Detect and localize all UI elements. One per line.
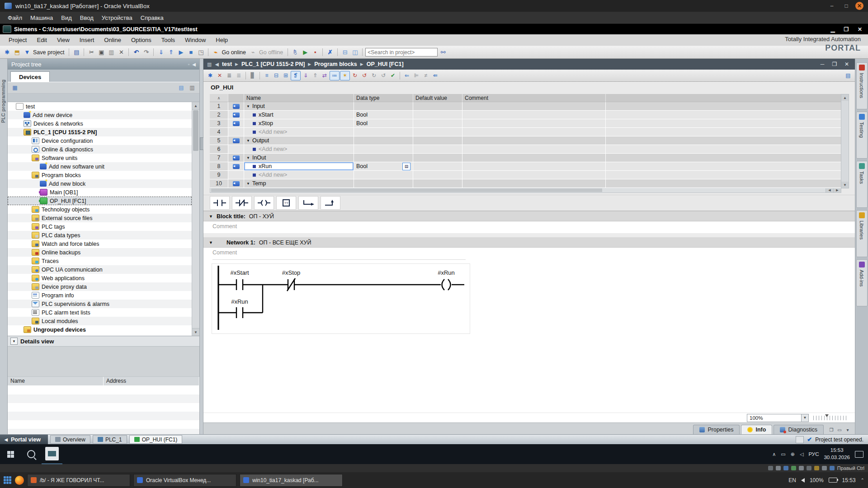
editor-layout-icon[interactable] — [207, 61, 212, 67]
interface-row-xstop[interactable]: 3 xStop Bool — [210, 119, 841, 128]
breadcrumb-program-blocks[interactable]: Program blocks — [314, 61, 357, 67]
upload-icon[interactable] — [311, 71, 320, 80]
host-window-vbox-manager[interactable]: Oracle VirtualBox Менед... — [133, 474, 236, 487]
zoom-select[interactable]: 100% — [747, 414, 809, 422]
taskbar-search-button[interactable] — [21, 444, 42, 464]
column-name[interactable]: Name — [244, 94, 354, 102]
editor-tab-overview[interactable]: Overview — [50, 435, 90, 444]
absolute-symbolic-toggle-icon[interactable] — [330, 71, 340, 80]
tree-item-op-hui-fc1[interactable]: OP_HUI [FC1] — [8, 197, 192, 205]
volume-icon[interactable] — [800, 451, 803, 457]
close-icon[interactable] — [854, 26, 865, 33]
chevron-down-icon[interactable] — [10, 338, 18, 345]
search-input[interactable] — [365, 48, 438, 56]
new-item-icon[interactable] — [10, 83, 19, 92]
copy-icon[interactable] — [97, 48, 106, 57]
tree-item-program-info[interactable]: Program info — [8, 291, 192, 300]
scroll-left-icon[interactable] — [826, 188, 833, 192]
upload-from-device-icon[interactable] — [166, 48, 175, 57]
tree-item-opcua-communication[interactable]: OPC UA communication — [8, 265, 192, 274]
battery-icon[interactable] — [829, 478, 837, 483]
tree-item-watch-force-tables[interactable]: Watch and force tables — [8, 239, 192, 248]
scroll-right-icon[interactable] — [833, 188, 841, 192]
optical-disk-icon[interactable] — [776, 466, 781, 470]
tree-item-ungrouped-devices[interactable]: Ungrouped devices — [8, 325, 192, 334]
interface-row-xrun[interactable]: 8 xRun Bool — [210, 162, 841, 171]
collapse-editor-icon[interactable] — [215, 61, 218, 67]
tree-item-web-applications[interactable]: Web applications — [8, 274, 192, 282]
portal-view-button[interactable]: Portal view — [0, 435, 48, 444]
chevron-down-icon[interactable] — [209, 240, 213, 245]
pin-panel-icon[interactable] — [188, 62, 190, 67]
tab-diagnostics[interactable]: Diagnostics — [774, 425, 824, 434]
insert-row-icon[interactable] — [225, 71, 234, 80]
tree-item-device-configuration[interactable]: Device configuration — [8, 136, 192, 145]
breadcrumb-block[interactable]: OP_HUI [FC1] — [367, 61, 404, 67]
network-comments-toggle-icon[interactable] — [291, 71, 301, 80]
tree-item-external-source-files[interactable]: External source files — [8, 214, 192, 222]
monitor-on-icon[interactable] — [402, 71, 411, 80]
column-settings-icon[interactable] — [188, 83, 197, 92]
search-binoculars-icon[interactable] — [439, 48, 448, 57]
monitor-selection-icon[interactable] — [412, 71, 421, 80]
scroll-thumb[interactable] — [193, 110, 198, 151]
column-default-value[interactable]: Default value — [413, 94, 462, 102]
tab-devices[interactable]: Devices — [10, 71, 50, 82]
collapse-panel-icon[interactable] — [192, 62, 196, 67]
maximize-icon[interactable] — [841, 3, 852, 9]
interface-row-temp[interactable]: 10 Temp — [210, 179, 841, 188]
menu-help[interactable]: Справка — [137, 13, 168, 23]
globe-icon[interactable] — [791, 451, 795, 457]
task-card-libraries[interactable]: Libraries — [856, 210, 868, 257]
block-title-value[interactable]: ОП - ХУЙ — [249, 213, 274, 220]
menu-help[interactable]: Help — [211, 35, 233, 45]
nc-contact-icon[interactable] — [232, 196, 252, 210]
interface-row-add-new[interactable]: 6 <Add new> — [210, 145, 841, 154]
tree-item-plc-data-types[interactable]: PLC data types — [8, 231, 192, 239]
paste-icon[interactable] — [107, 48, 116, 57]
host-window-browser[interactable]: /b/ - Я ЖЕ ГОВОРИЛ ЧТ... — [27, 474, 130, 487]
tree-item-program-blocks[interactable]: Program blocks — [8, 171, 192, 179]
tab-properties[interactable]: Properties — [693, 425, 740, 434]
column-data-type[interactable]: Data type — [354, 94, 413, 102]
chevron-down-icon[interactable] — [246, 182, 250, 186]
go-to-error-icon[interactable] — [350, 71, 359, 80]
expand-networks-icon[interactable] — [262, 71, 271, 80]
stop-cpu-icon[interactable] — [186, 48, 195, 57]
hdd-icon[interactable] — [768, 466, 773, 470]
breadcrumb-plc[interactable]: PLC_1 [CPU 1515-2 PN] — [241, 61, 305, 67]
action-center-icon[interactable] — [855, 451, 863, 458]
tree-item-plc-alarm-text-lists[interactable]: PLC alarm text lists — [8, 308, 192, 317]
details-view-header[interactable]: Details view — [8, 336, 199, 347]
interface-row-inout[interactable]: 7 InOut — [210, 154, 841, 162]
hidden-icons-chevron[interactable] — [772, 451, 776, 457]
split-editor-vertical-icon[interactable] — [350, 48, 359, 57]
tree-item-plc-supervisions-alarms[interactable]: PLC supervisions & alarms — [8, 300, 192, 308]
language-indicator[interactable]: РУС — [808, 451, 819, 457]
runtime-icon[interactable] — [196, 48, 205, 57]
split-editor-horizontal-icon[interactable] — [340, 48, 349, 57]
app-launcher-icon[interactable] — [4, 476, 12, 484]
shared-folders-icon[interactable] — [807, 466, 811, 470]
name-cell-editing[interactable]: xRun — [244, 162, 354, 171]
firefox-icon[interactable] — [15, 476, 24, 485]
go-offline-button[interactable]: Go offline — [259, 49, 283, 56]
column-address[interactable]: Address — [104, 377, 199, 385]
interface-row-add-new[interactable]: 9 <Add new> — [210, 171, 841, 179]
interface-row-xstart[interactable]: 2 xStart Bool — [210, 111, 841, 119]
modify-icon[interactable] — [421, 71, 430, 80]
zoom-slider[interactable] — [813, 416, 849, 420]
status-panel-icon[interactable] — [796, 436, 804, 443]
chevron-down-icon[interactable] — [801, 414, 808, 422]
close-editor-icon[interactable] — [842, 61, 851, 67]
go-online-icon[interactable] — [211, 48, 220, 57]
no-contact-icon[interactable] — [210, 196, 230, 210]
collapse-table-icon[interactable] — [210, 94, 228, 102]
update-block-calls-icon[interactable] — [369, 71, 378, 80]
coil-icon[interactable] — [254, 196, 274, 210]
undo-icon[interactable] — [132, 48, 141, 57]
close-branch-icon[interactable] — [321, 196, 340, 210]
menu-tools[interactable]: Tools — [156, 35, 180, 45]
tree-item-online-backups[interactable]: Online backups — [8, 248, 192, 257]
stop-simulation-icon[interactable] — [311, 48, 320, 57]
